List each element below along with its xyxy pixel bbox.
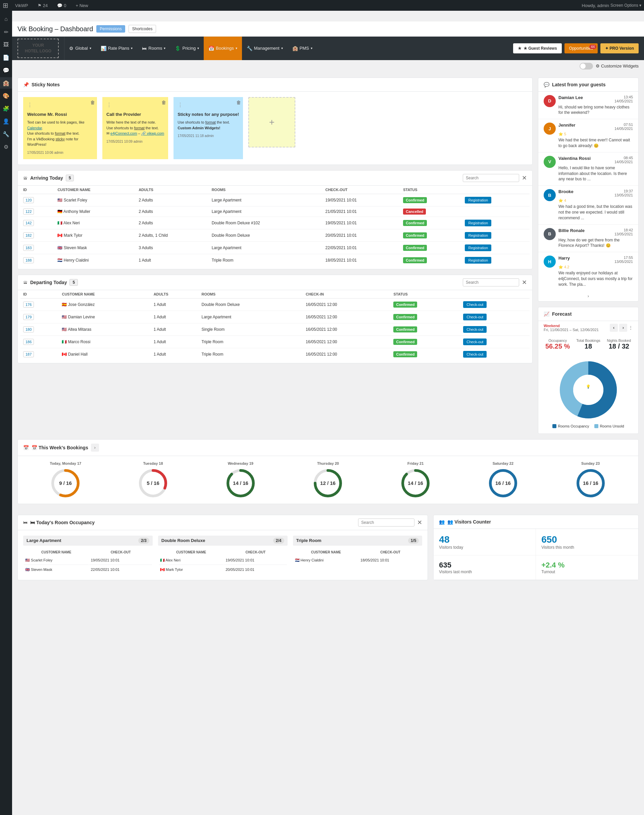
arriving-row-1: 122 🇩🇪 Anthony Muller 2 Adults Large Apa… <box>20 206 529 217</box>
admin-bar-comments[interactable]: 💬 0 <box>54 0 69 11</box>
nav-global[interactable]: ⚙Global▾ <box>64 37 96 60</box>
departing-action-2[interactable]: Check-out <box>463 326 487 333</box>
note-1-title: Welcome Mr. Rossi <box>27 111 93 118</box>
menu-item-plugins[interactable]: 🧩 <box>0 103 12 114</box>
note-1-footer: 17/05/2021 10:06 admin <box>27 150 93 155</box>
note-1-content: Text can be used to link pages, like Cal… <box>27 120 93 148</box>
guest-name-3: Brooke <box>558 189 573 194</box>
arriving-id-1[interactable]: 122 <box>23 209 34 215</box>
guest-avatar-2: V <box>544 156 556 168</box>
arriving-room-2: Double Room Deluxe #102 <box>209 217 323 229</box>
nav-rooms[interactable]: 🛏Rooms▾ <box>137 37 170 60</box>
guest-date-3: 13/05/2021 <box>615 193 633 197</box>
nav-pricing[interactable]: 💲Pricing▾ <box>170 37 204 60</box>
delete-note-1-icon[interactable]: 🗑 <box>90 99 95 106</box>
departing-id-1[interactable]: 179 <box>23 314 34 320</box>
note-3-menu-icon[interactable]: ⋮ <box>178 101 239 109</box>
arriving-id-5[interactable]: 188 <box>23 257 34 263</box>
departing-today-card: 🛎 Departing Today 5 ✕ ID CUS <box>17 275 533 363</box>
arriving-count: 5 <box>66 175 74 181</box>
menu-item-comments[interactable]: 💬 <box>0 65 12 76</box>
visitors-today-count: 48 <box>439 534 530 545</box>
menu-item-media[interactable]: 🖼 <box>0 39 12 50</box>
departing-action-1[interactable]: Check-out <box>463 314 487 320</box>
guest-text-4: Hey, how do we get there from the Floren… <box>558 237 633 249</box>
arriving-action-4[interactable]: Registration <box>465 244 491 251</box>
delete-note-2-icon[interactable]: 🗑 <box>161 99 166 106</box>
admin-bar-new[interactable]: + New <box>73 0 90 11</box>
arriving-room-0: Large Apartment <box>209 194 323 206</box>
departing-id-3[interactable]: 186 <box>23 339 34 345</box>
room-close-button[interactable]: ✕ <box>417 519 422 526</box>
see-more-button[interactable]: › <box>538 291 638 301</box>
pro-version-button[interactable]: ✦ PRO Version <box>600 43 639 54</box>
day-circle-svg-2: 14 / 16 <box>225 468 256 498</box>
note-2-menu-icon[interactable]: ⋮ <box>106 101 164 109</box>
donut-chart: 💡 Rooms Occupancy Rooms Unsold <box>538 354 638 434</box>
departing-close-button[interactable]: ✕ <box>522 279 527 286</box>
menu-item-appearance[interactable]: 🎨 <box>0 90 12 101</box>
donut-svg: 💡 <box>558 360 618 420</box>
arriving-checkout-0: 19/05/2021 10:01 <box>323 194 401 206</box>
nav-management[interactable]: 🔧Management▾ <box>242 37 288 60</box>
menu-item-pages[interactable]: 📄 <box>0 52 12 63</box>
opportunities-button[interactable]: 44 Opportunities <box>564 43 598 54</box>
screen-options[interactable]: Screen Options ▾ <box>610 3 641 8</box>
room-section-2: Triple Room 1/5 CUSTOMER NAME CHECK-OUT … <box>293 536 423 575</box>
menu-item-vikbooking[interactable]: 🏨 <box>0 77 12 89</box>
menu-item-dashboard[interactable]: ⌂ <box>0 14 12 25</box>
forecast-prev-button[interactable]: ‹ <box>610 324 618 332</box>
day-card-4: Friday 21 14 / 16 <box>373 461 458 498</box>
guest-date-4: 13/05/2021 <box>615 232 633 236</box>
nav-pms[interactable]: 🏨PMS▾ <box>288 37 317 60</box>
departing-action-0[interactable]: Check-out <box>463 301 487 308</box>
note-menu-icon[interactable]: ⋮ <box>27 101 93 109</box>
permissions-button[interactable]: Permissions <box>96 25 125 32</box>
menu-item-users[interactable]: 👤 <box>0 115 12 127</box>
note-link-vikwp[interactable]: 🔗 vikwp.com <box>141 131 164 135</box>
admin-bar: ⊞ VikWP ⚑ 24 💬 0 + New Howdy, admin Scre… <box>0 0 644 11</box>
note-link-calendar[interactable]: Calendar <box>27 126 42 130</box>
nav-rate-plans[interactable]: 📊Rate Plans▾ <box>96 37 138 60</box>
day-circle-svg-0: 9 / 16 <box>51 468 81 498</box>
arriving-search-input[interactable] <box>463 174 519 182</box>
day-card-2: Wednesday 19 14 / 16 <box>198 461 283 498</box>
menu-item-tools[interactable]: 🔧 <box>0 128 12 140</box>
arriving-id-3[interactable]: 182 <box>23 232 34 238</box>
forecast-menu-button[interactable]: ⋮ <box>629 324 633 332</box>
add-note-button[interactable]: + <box>248 97 295 148</box>
delete-note-3-icon[interactable]: 🗑 <box>236 99 241 106</box>
nav-bookings[interactable]: 📅Bookings▾ <box>204 37 242 60</box>
arriving-id-2[interactable]: 142 <box>23 220 34 226</box>
guest-reviews-button[interactable]: ★★ Guest Reviews <box>513 43 562 54</box>
departing-action-4[interactable]: Check-out <box>463 351 487 358</box>
guest-avatar-5: H <box>544 255 556 268</box>
departing-search-input[interactable] <box>463 278 519 286</box>
admin-bar-updates[interactable]: ⚑ 24 <box>35 0 51 11</box>
forecast-next-button[interactable]: › <box>619 324 627 332</box>
arriving-id-4[interactable]: 183 <box>23 245 34 251</box>
weekly-nav-button[interactable]: › <box>91 444 99 452</box>
arriving-action-0[interactable]: Registration <box>465 197 491 203</box>
note-link-e4j[interactable]: e4jConnect.com <box>110 131 137 135</box>
admin-bar-site[interactable]: VikWP <box>12 0 31 11</box>
arriving-action-2[interactable]: Registration <box>465 220 491 226</box>
customize-toggle[interactable] <box>580 63 593 69</box>
arriving-action-3[interactable]: Registration <box>465 232 491 239</box>
departing-row-2: 180 🇺🇸 Altea Mitaras 1 Adult Single Room… <box>20 323 529 335</box>
arriving-id-0[interactable]: 120 <box>23 197 34 203</box>
departing-id-4[interactable]: 187 <box>23 351 34 357</box>
nights-value: 18 / 32 <box>605 343 633 350</box>
arriving-table: ID CUSTOMER NAME ADULTS ROOMS CHECK-OUT … <box>20 186 529 266</box>
departing-id-2[interactable]: 180 <box>23 326 34 332</box>
arriving-action-5[interactable]: Registration <box>465 257 491 264</box>
menu-item-posts[interactable]: ✏ <box>0 26 12 38</box>
menu-item-settings[interactable]: ⚙ <box>0 141 12 152</box>
shortcodes-button[interactable]: Shortcodes <box>129 25 156 33</box>
arriving-close-button[interactable]: ✕ <box>522 174 527 181</box>
arriving-status-5: Confirmed <box>403 257 427 263</box>
room-search-input[interactable] <box>358 518 414 527</box>
departing-action-3[interactable]: Check-out <box>463 338 487 345</box>
departing-id-0[interactable]: 176 <box>23 301 34 308</box>
svg-text:16 / 16: 16 / 16 <box>583 480 598 486</box>
